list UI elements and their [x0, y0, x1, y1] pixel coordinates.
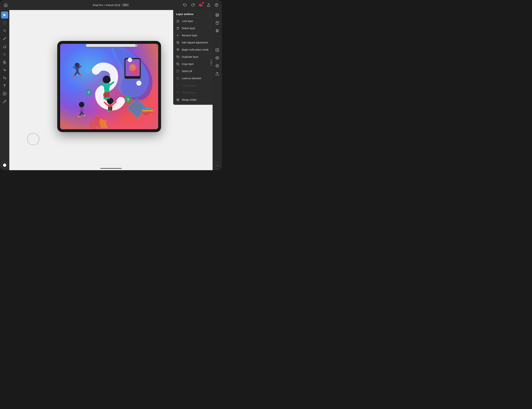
redo-button[interactable]: [190, 2, 195, 8]
duplicate-layer-item[interactable]: Duplicate layer: [173, 53, 213, 60]
floating-circle-handle[interactable]: [27, 133, 39, 145]
share-button[interactable]: [206, 2, 211, 8]
load-as-selection-label: Load as selection: [182, 77, 201, 80]
svg-point-37: [129, 59, 131, 60]
cloud-button[interactable]: !: [198, 2, 203, 8]
select-all-label: Select all: [182, 70, 192, 73]
copy-layer-item[interactable]: Copy layer: [173, 60, 213, 68]
layers-button[interactable]: [214, 11, 221, 18]
svg-rect-74: [104, 92, 107, 98]
lock-layer-label: Lock layer: [182, 20, 193, 23]
svg-marker-84: [177, 48, 179, 50]
duplicate-icon: [176, 55, 180, 59]
ipad-device: $ @ ★: [57, 41, 165, 136]
delete-layer-item[interactable]: Delete layer: [173, 25, 213, 32]
lock-layer-item[interactable]: Lock layer: [173, 18, 213, 25]
image-tool[interactable]: [1, 90, 8, 97]
panel-collapse-handle[interactable]: [210, 59, 213, 66]
svg-rect-4: [3, 22, 6, 24]
merge-down-item[interactable]: Merge down: [173, 89, 213, 96]
adjustments-button[interactable]: [214, 27, 221, 34]
zoom-level: 66%: [122, 3, 129, 7]
crop-tool[interactable]: [1, 74, 8, 82]
masks-button[interactable]: [214, 19, 221, 27]
flatten-layer-item[interactable]: Flatten layer: [173, 82, 213, 89]
home-indicator: [100, 168, 122, 169]
svg-rect-70: [142, 112, 153, 113]
clone-tool[interactable]: [1, 66, 8, 74]
svg-text:A: A: [177, 34, 178, 36]
merge-visible-item[interactable]: Merge visible: [173, 96, 213, 103]
svg-rect-71: [142, 110, 153, 111]
svg-point-11: [4, 93, 4, 93]
smudge-tool[interactable]: [1, 51, 8, 58]
snapshot-button[interactable]: [214, 62, 221, 69]
svg-line-83: [177, 42, 179, 44]
svg-rect-57: [80, 107, 83, 112]
svg-marker-3: [4, 14, 6, 17]
load-as-selection-item[interactable]: Load as selection: [173, 75, 213, 82]
clipped-adjustment-icon: [176, 41, 180, 44]
fill-tool[interactable]: [1, 59, 8, 66]
rename-icon: A: [176, 34, 180, 37]
color-circle: [2, 162, 8, 168]
top-bar: iPad Pro + Pencil 2018 66% !: [0, 0, 222, 10]
merge-down-icon: [176, 91, 180, 94]
marquee-tool[interactable]: [1, 19, 8, 27]
svg-rect-72: [142, 108, 152, 109]
svg-line-94: [211, 62, 212, 63]
svg-point-77: [106, 97, 110, 99]
color-picker[interactable]: [1, 162, 8, 169]
more-options-button[interactable]: ···: [214, 162, 221, 169]
select-all-icon: [176, 69, 180, 73]
foreground-color: [3, 164, 6, 167]
svg-point-24: [217, 57, 218, 58]
undo-button[interactable]: [182, 2, 188, 8]
select-all-item[interactable]: Select all: [173, 68, 213, 75]
visibility-button[interactable]: [214, 54, 221, 62]
export-button[interactable]: [214, 70, 221, 77]
svg-point-39: [138, 82, 140, 84]
add-layer-button[interactable]: [214, 46, 221, 54]
eyedropper-tool[interactable]: [1, 98, 8, 105]
text-tool[interactable]: [1, 82, 8, 89]
svg-line-12: [5, 100, 6, 101]
svg-point-53: [109, 110, 113, 112]
load-selection-icon: [176, 76, 180, 80]
svg-point-25: [216, 64, 219, 67]
home-button[interactable]: [3, 2, 9, 8]
svg-point-26: [217, 65, 218, 66]
svg-point-73: [103, 76, 111, 83]
svg-point-61: [83, 115, 86, 117]
duplicate-layer-label: Duplicate layer: [182, 55, 199, 58]
eraser-tool[interactable]: [1, 43, 8, 50]
multiselect-icon: [176, 48, 180, 52]
layer-actions-panel: Layer actions Lock layer Delete layer A …: [173, 10, 213, 105]
merge-visible-icon: [176, 98, 180, 101]
ipad-frame: $ @ ★: [57, 41, 161, 132]
svg-text:@: @: [87, 91, 90, 94]
flatten-icon: [176, 84, 180, 87]
top-bar-center: iPad Pro + Pencil 2018 66%: [93, 3, 129, 7]
svg-rect-89: [177, 70, 179, 72]
svg-marker-14: [216, 21, 219, 23]
svg-rect-90: [177, 77, 179, 79]
merge-visible-label: Merge visible: [182, 98, 197, 101]
add-clipped-adjustment-label: Add clipped adjustment: [182, 41, 208, 44]
rename-layer-item[interactable]: A Rename layer: [173, 32, 213, 39]
svg-rect-87: [178, 56, 179, 58]
svg-rect-88: [178, 64, 179, 65]
apple-pencil: [86, 44, 136, 47]
svg-rect-80: [177, 21, 179, 22]
move-tool[interactable]: [1, 11, 8, 18]
svg-marker-93: [177, 99, 179, 100]
document-title: iPad Pro + Pencil 2018: [93, 4, 120, 7]
svg-point-18: [216, 29, 217, 30]
add-clipped-adjustment-item[interactable]: Add clipped adjustment: [173, 39, 213, 46]
svg-point-20: [217, 31, 217, 32]
help-button[interactable]: [214, 2, 219, 8]
svg-point-40: [75, 63, 80, 68]
begin-multiselect-item[interactable]: Begin multi-select mode: [173, 46, 213, 53]
brush-tool[interactable]: [1, 35, 8, 42]
lasso-tool[interactable]: [1, 27, 8, 34]
